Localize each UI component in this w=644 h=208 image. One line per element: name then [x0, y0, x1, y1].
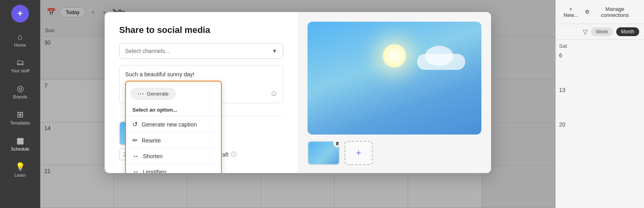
generate-dropdown: ··· Generate Select an option... ↺ Gener…	[125, 81, 222, 173]
dropdown-header: Select an option...	[126, 104, 221, 116]
share-modal: Share to social media Select channels...…	[105, 12, 491, 173]
modal-right: 🗑 +	[298, 12, 491, 173]
sidebar-item-templates[interactable]: ⊞ Templates	[4, 107, 36, 128]
sun-circle	[382, 44, 407, 68]
caption-text: Such a beautiful sunny day!	[125, 71, 277, 77]
image-thumb-1: 🗑	[308, 141, 340, 165]
dropdown-generate-inner: ··· Generate	[131, 88, 216, 100]
generate-inner-label: Generate	[147, 91, 169, 97]
image-thumb-delete-button[interactable]: 🗑	[333, 139, 341, 147]
right-panel: + New... ⚙ Manage connections ▽ Week Mon…	[555, 0, 644, 208]
shorten-icon: ↔	[132, 153, 139, 160]
dropdown-item-lengthen[interactable]: ↔ Lengthen	[126, 164, 221, 173]
modal-title: Share to social media	[119, 25, 283, 35]
sidebar-item-learn[interactable]: 💡 Learn	[4, 159, 36, 180]
dropdown-item-shorten[interactable]: ↔ Shorten	[126, 149, 221, 164]
channel-select[interactable]: Select channels... ▼	[119, 43, 283, 59]
sidebar-item-your-stuff[interactable]: 🗂 Your stuff	[4, 55, 36, 75]
sat-num-13: 13	[559, 87, 641, 93]
sidebar-item-schedule[interactable]: ▦ Schedule	[4, 133, 36, 154]
modal-overlay[interactable]: Share to social media Select channels...…	[40, 0, 555, 208]
sat-num-6: 6	[559, 52, 641, 59]
generate-btn-inner[interactable]: ··· Generate	[131, 88, 175, 100]
dropdown-item-generate-new[interactable]: ↺ Generate new caption	[126, 116, 221, 133]
new-button[interactable]: + New...	[561, 6, 580, 18]
templates-icon: ⊞	[17, 110, 24, 119]
sat-nums: 6 13 20	[559, 52, 641, 128]
image-thumbs-row: 🗑 +	[308, 141, 481, 165]
lengthen-icon: ↔	[132, 168, 139, 173]
manage-label: Manage connections	[591, 6, 638, 18]
cloud-decoration	[417, 54, 465, 70]
connections-icon: ⚙	[585, 9, 590, 15]
chevron-down-icon: ▼	[272, 48, 277, 54]
month-view-button[interactable]: Month	[616, 27, 639, 36]
dots-icon-2: ···	[138, 91, 144, 97]
week-view-button[interactable]: Week	[591, 27, 613, 36]
filter-icon[interactable]: ▽	[583, 28, 588, 36]
sat-num-20: 20	[559, 121, 641, 128]
sidebar-logo[interactable]: +	[11, 5, 29, 22]
sidebar-item-home[interactable]: ⌂ Home	[4, 30, 36, 50]
learn-icon: 💡	[15, 162, 25, 171]
channel-select-label: Select channels...	[125, 48, 170, 54]
dropdown-item-lengthen-label: Lengthen	[143, 169, 166, 173]
right-panel-body: Sat 6 13 20	[556, 40, 644, 131]
main-image	[308, 22, 481, 135]
calendar-area: 📅 Today ‹ › July Sun Mon Tue Wed Thu Fri…	[40, 0, 555, 208]
dropdown-item-rewrite[interactable]: ✏ Rewrite	[126, 133, 221, 149]
sat-header: Sat	[559, 43, 641, 49]
dropdown-item-shorten-label: Shorten	[143, 153, 163, 159]
right-panel-header: + New... ⚙ Manage connections	[556, 0, 644, 24]
caption-area: Such a beautiful sunny day! ··· Generate…	[119, 65, 283, 103]
dropdown-item-rewrite-label: Rewrite	[142, 137, 161, 144]
add-image-button[interactable]: +	[345, 141, 373, 165]
home-icon: ⌂	[18, 32, 23, 41]
modal-left: Share to social media Select channels...…	[105, 12, 298, 173]
sidebar-item-brands[interactable]: ◎ Brands	[4, 81, 36, 102]
rewrite-icon: ✏	[132, 137, 138, 144]
generate-section: ··· Generate ··· Generate Select	[125, 81, 277, 92]
sidebar: + ⌂ Home 🗂 Your stuff ◎ Brands ⊞ Templat…	[0, 0, 40, 208]
brands-icon: ◎	[17, 84, 24, 93]
schedule-icon: ▦	[17, 136, 24, 145]
dropdown-item-generate-new-label: Generate new caption	[142, 121, 197, 128]
right-panel-controls: ▽ Week Month	[556, 24, 644, 40]
info-icon: ⓘ	[231, 151, 237, 158]
generate-new-icon: ↺	[132, 120, 138, 128]
manage-connections-button[interactable]: ⚙ Manage connections	[585, 6, 638, 18]
your-stuff-icon: 🗂	[16, 58, 24, 67]
